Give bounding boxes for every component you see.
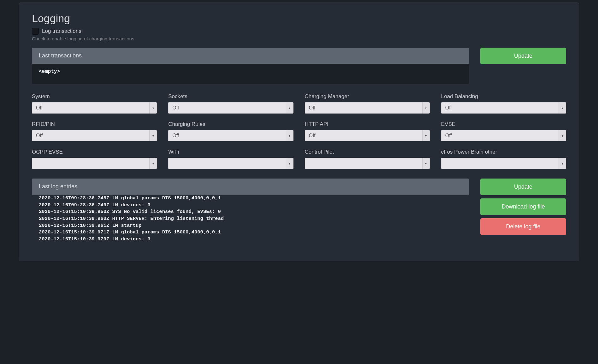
- select-control[interactable]: Off▾: [305, 130, 430, 141]
- select-value[interactable]: [305, 158, 422, 169]
- select-value[interactable]: [32, 158, 149, 169]
- select-cell-0: SystemOff▾: [32, 93, 157, 114]
- select-label: cFos Power Brain other: [441, 149, 566, 155]
- select-control[interactable]: ▾: [168, 158, 293, 169]
- select-label: Charging Rules: [168, 121, 293, 127]
- chevron-down-icon[interactable]: ▾: [422, 102, 430, 114]
- select-label: EVSE: [441, 121, 566, 127]
- select-value[interactable]: Off: [441, 102, 559, 114]
- update-log-button[interactable]: Update: [480, 179, 566, 195]
- select-value[interactable]: Off: [32, 130, 149, 141]
- select-control[interactable]: ▾: [305, 158, 430, 169]
- select-label: System: [32, 93, 157, 100]
- select-control[interactable]: Off▾: [305, 102, 430, 114]
- select-value[interactable]: Off: [168, 130, 286, 141]
- select-value[interactable]: Off: [441, 130, 559, 141]
- log-transactions-label: Log transactions:: [42, 28, 83, 34]
- log-transactions-row: Log transactions:: [32, 28, 566, 35]
- select-label: Control Pilot: [305, 149, 430, 155]
- select-cell-5: Charging RulesOff▾: [168, 121, 293, 141]
- chevron-down-icon[interactable]: ▾: [559, 102, 566, 114]
- select-label: WiFi: [168, 149, 293, 155]
- chevron-down-icon[interactable]: ▾: [286, 158, 293, 169]
- log-level-selects: SystemOff▾SocketsOff▾Charging ManagerOff…: [32, 93, 566, 169]
- select-cell-6: HTTP APIOff▾: [305, 121, 430, 141]
- select-control[interactable]: ▾: [441, 158, 566, 169]
- logging-page: Logging Log transactions: Check to enabl…: [19, 3, 579, 261]
- select-control[interactable]: ▾: [32, 158, 157, 169]
- select-label: HTTP API: [305, 121, 430, 127]
- last-transactions-body: <empty>: [32, 64, 469, 84]
- select-value[interactable]: Off: [305, 130, 422, 141]
- select-cell-9: WiFi▾: [168, 149, 293, 169]
- select-cell-3: Load BalancingOff▾: [441, 93, 566, 114]
- select-label: Sockets: [168, 93, 293, 100]
- select-cell-11: cFos Power Brain other▾: [441, 149, 566, 169]
- select-cell-7: EVSEOff▾: [441, 121, 566, 141]
- select-label: RFID/PIN: [32, 121, 157, 127]
- last-log-body[interactable]: 2020-12-16T09:28:36.745Z LM global param…: [32, 195, 469, 242]
- last-transactions-header: Last transactions: [32, 48, 469, 64]
- update-transactions-button[interactable]: Update: [480, 48, 566, 64]
- select-control[interactable]: Off▾: [168, 102, 293, 114]
- chevron-down-icon[interactable]: ▾: [559, 130, 566, 141]
- select-control[interactable]: Off▾: [441, 130, 566, 141]
- chevron-down-icon[interactable]: ▾: [422, 158, 430, 169]
- select-value[interactable]: [168, 158, 286, 169]
- last-log-content: 2020-12-16T09:28:36.745Z LM global param…: [39, 195, 462, 242]
- select-value[interactable]: Off: [305, 102, 422, 114]
- select-value[interactable]: [441, 158, 559, 169]
- select-control[interactable]: Off▾: [32, 130, 157, 141]
- select-label: Load Balancing: [441, 93, 566, 100]
- download-log-button[interactable]: Download log file: [480, 198, 566, 215]
- chevron-down-icon[interactable]: ▾: [149, 158, 157, 169]
- chevron-down-icon[interactable]: ▾: [149, 102, 157, 114]
- chevron-down-icon[interactable]: ▾: [422, 130, 430, 141]
- select-control[interactable]: Off▾: [168, 130, 293, 141]
- log-transactions-checkbox[interactable]: [32, 28, 39, 35]
- chevron-down-icon[interactable]: ▾: [149, 130, 157, 141]
- delete-log-button[interactable]: Delete log file: [480, 218, 566, 235]
- chevron-down-icon[interactable]: ▾: [559, 158, 566, 169]
- select-value[interactable]: Off: [168, 102, 286, 114]
- last-transactions-content: <empty>: [39, 69, 60, 74]
- select-cell-1: SocketsOff▾: [168, 93, 293, 114]
- select-value[interactable]: Off: [32, 102, 149, 114]
- select-cell-4: RFID/PINOff▾: [32, 121, 157, 141]
- chevron-down-icon[interactable]: ▾: [286, 130, 293, 141]
- select-cell-10: Control Pilot▾: [305, 149, 430, 169]
- select-cell-2: Charging ManagerOff▾: [305, 93, 430, 114]
- select-label: Charging Manager: [305, 93, 430, 100]
- chevron-down-icon[interactable]: ▾: [286, 102, 293, 114]
- select-cell-8: OCPP EVSE▾: [32, 149, 157, 169]
- select-control[interactable]: Off▾: [441, 102, 566, 114]
- select-control[interactable]: Off▾: [32, 102, 157, 114]
- page-title: Logging: [32, 12, 566, 25]
- log-transactions-help: Check to enable logging of charging tran…: [32, 36, 566, 41]
- last-log-header: Last log entries: [32, 179, 469, 195]
- select-label: OCPP EVSE: [32, 149, 157, 155]
